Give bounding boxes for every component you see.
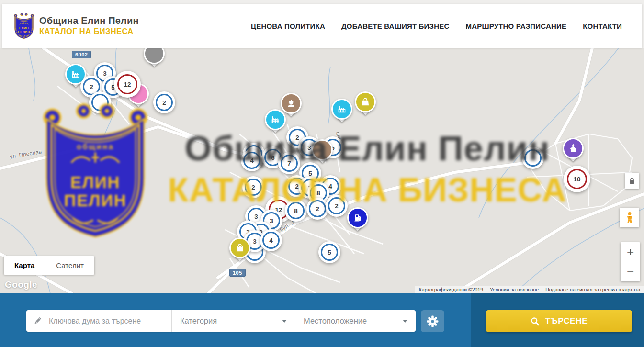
cluster-count: 3: [103, 70, 107, 77]
generic-icon: [312, 139, 333, 160]
municipality-crest-icon: [13, 12, 34, 40]
map-cluster-marker[interactable]: 2: [242, 176, 264, 198]
advanced-settings-button[interactable]: [421, 310, 444, 332]
search-button[interactable]: ТЪРСЕНЕ: [486, 310, 632, 332]
chevron-down-icon: [282, 320, 287, 323]
factory-pin-marker[interactable]: [331, 99, 352, 126]
cluster-count: 3: [307, 144, 311, 151]
attribution-report-error-link[interactable]: Подаване на сигнал за грешка в картата: [545, 287, 640, 292]
cluster-count: 2: [295, 183, 299, 190]
map-type-control: Карта Сателит: [4, 256, 94, 275]
cluster-count: 2: [335, 202, 339, 210]
fuel-icon: [347, 207, 368, 228]
zoom-out-button[interactable]: −: [621, 262, 640, 282]
cluster-count: 4: [269, 237, 273, 244]
zoom-control: + −: [621, 242, 640, 281]
map-attribution: Картографски данни ©2019 Условия за полз…: [415, 286, 644, 293]
cluster-ring: [524, 149, 542, 167]
church-pin-marker[interactable]: [563, 138, 584, 166]
location-select-label: Местоположение: [304, 316, 367, 325]
map-cluster-marker[interactable]: 12: [114, 71, 141, 98]
chevron-down-icon: [403, 320, 407, 323]
bag-pin-marker[interactable]: [229, 237, 250, 265]
bag-icon: [229, 237, 250, 258]
lock-icon: [629, 177, 635, 185]
generic-pin-marker[interactable]: [144, 48, 165, 71]
map-cluster-marker[interactable]: 5: [318, 241, 340, 263]
cluster-count: 8: [316, 190, 320, 197]
bag-pin-marker[interactable]: [355, 91, 376, 119]
site-title: Община Елин Пелин: [39, 15, 139, 27]
category-select[interactable]: Категория: [171, 310, 295, 332]
cluster-count: 2: [90, 83, 93, 90]
nav-pricing-policy[interactable]: ЦЕНОВА ПОЛИТИКА: [251, 22, 325, 30]
map-cluster-marker[interactable]: 10: [564, 166, 590, 192]
generic-icon: [144, 48, 165, 64]
google-map[interactable]: 6002105ул. Преславбул. „Новоселции 32512…: [0, 48, 644, 293]
street-view-pegman-control[interactable]: [620, 208, 639, 227]
markers-layer: 32512223564752274812822338334510: [0, 48, 644, 293]
search-fields-group: Категория Местоположение: [26, 310, 416, 332]
lock-control[interactable]: [625, 173, 639, 189]
cluster-count: 3: [270, 217, 273, 224]
main-nav: ЦЕНОВА ПОЛИТИКА ДОБАВЕТЕ ВАШИЯТ БИЗНЕС М…: [251, 22, 631, 30]
cluster-count: 10: [573, 176, 580, 183]
satellite-view-button[interactable]: Сателит: [45, 256, 94, 275]
header: Община Елин Пелин КАТАЛОГ НА БИЗНЕСА ЦЕН…: [2, 4, 642, 48]
cluster-count: 2: [295, 134, 299, 141]
map-cluster-marker[interactable]: 7: [278, 152, 300, 174]
site-subtitle: КАТАЛОГ НА БИЗНЕСА: [39, 27, 139, 36]
map-cluster-marker[interactable]: 4: [241, 149, 263, 171]
fuel-pin-marker[interactable]: [347, 207, 368, 235]
map-cluster-marker[interactable]: 8: [285, 200, 307, 222]
map-cluster-marker[interactable]: [89, 91, 111, 113]
map-view-button[interactable]: Карта: [4, 256, 45, 275]
site-logo[interactable]: Община Елин Пелин КАТАЛОГ НА БИЗНЕСА: [13, 12, 139, 40]
cluster-count: 8: [294, 207, 298, 214]
keyword-field[interactable]: [26, 310, 171, 332]
keyword-input[interactable]: [48, 316, 171, 326]
google-logo[interactable]: Google: [5, 280, 37, 290]
cluster-count: 7: [287, 160, 291, 167]
factory-icon: [331, 99, 352, 120]
cluster-count: 3: [253, 238, 257, 245]
nav-contacts[interactable]: КОНТАКТИ: [583, 22, 622, 30]
cluster-count: 6: [271, 154, 275, 161]
search-bar: Категория Местоположение: [0, 293, 644, 347]
attribution-terms-link[interactable]: Условия за ползване: [490, 287, 539, 292]
cluster-count: 2: [251, 184, 255, 191]
cluster-count: 4: [328, 183, 332, 190]
map-cluster-marker[interactable]: 2: [306, 198, 328, 220]
map-cluster-marker[interactable]: 2: [153, 91, 175, 113]
location-select[interactable]: Местоположение: [295, 310, 416, 332]
nav-route-schedule[interactable]: МАРШРУТНО РАЗПИСАНИЕ: [465, 22, 566, 30]
cluster-ring: [91, 94, 109, 111]
pegman-icon: [624, 212, 635, 224]
factory-pin-marker[interactable]: [265, 109, 286, 137]
map-cluster-marker[interactable]: [522, 147, 544, 169]
cluster-count: 12: [124, 81, 131, 88]
gear-icon: [427, 315, 439, 327]
cluster-count: 5: [328, 249, 331, 256]
cluster-count: 4: [250, 157, 254, 164]
map-cluster-marker[interactable]: 2: [326, 195, 348, 217]
search-icon: [531, 317, 540, 326]
church-icon: [563, 138, 584, 159]
zoom-in-button[interactable]: +: [621, 242, 640, 262]
factory-icon: [265, 109, 286, 130]
cluster-count: 2: [162, 99, 166, 106]
search-button-label: ТЪРСЕНЕ: [545, 316, 588, 326]
cluster-count: 3: [254, 213, 258, 220]
cluster-count: 2: [316, 205, 319, 213]
nav-add-your-business[interactable]: ДОБАВЕТЕ ВАШИЯТ БИЗНЕС: [341, 22, 449, 30]
category-select-label: Категория: [180, 316, 217, 325]
bag-icon: [355, 91, 376, 112]
cluster-count: 5: [308, 170, 312, 177]
pencil-icon: [33, 316, 42, 325]
attribution-copyright: Картографски данни ©2019: [419, 287, 483, 292]
map-cluster-marker[interactable]: 4: [260, 229, 282, 251]
